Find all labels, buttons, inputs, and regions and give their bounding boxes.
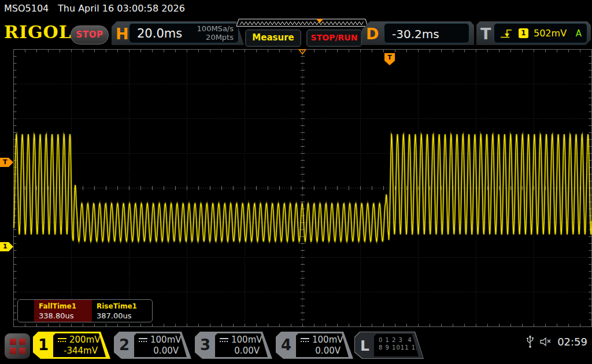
channel-number: 3 — [200, 336, 210, 354]
horizontal-menu[interactable]: H 20.0ms 100MSa/s 20Mpts — [112, 21, 244, 45]
measurement-panel[interactable]: FallTime1 338.80us RiseTime1 387.00us — [17, 299, 153, 322]
channel-offset: 0.00V — [234, 346, 260, 356]
oscilloscope-screen: MSO5104 Thu April 16 03:00:58 2026 RIGOL… — [0, 0, 592, 364]
digital-row-2: 8 9 1011 12131415 — [379, 344, 419, 351]
usb-icon — [526, 335, 534, 348]
dc-coupling-icon — [301, 337, 309, 343]
rigol-logo: RIGOL — [4, 22, 72, 42]
dc-coupling-icon — [139, 337, 147, 343]
trigger-info-box: 1 502mV A — [494, 23, 587, 43]
digital-channels-box[interactable]: L 0 1 2 3 4 5 6 7 8 9 1011 12131415 — [354, 332, 424, 359]
uptime-clock: 02:59 — [557, 336, 587, 348]
falling-edge-trigger-icon — [500, 28, 513, 39]
channel-values: 100mV 0.00V — [134, 333, 187, 357]
channel-number: 2 — [119, 336, 130, 354]
bottom-bar: 1 200mV -344mV 2 — [0, 329, 592, 364]
dc-coupling-icon — [220, 337, 228, 343]
delay-reference-icon — [298, 49, 306, 55]
measurement-risetime[interactable]: RiseTime1 387.00us — [92, 300, 150, 322]
channel-number: 4 — [281, 336, 291, 354]
run-state-indicator[interactable]: STOP — [71, 25, 109, 44]
channel-scale: 100mV — [312, 335, 343, 345]
memory-preview-waveform-icon — [236, 18, 369, 27]
measurement-value: 338.80us — [39, 311, 92, 320]
channel-scale: 200mV — [69, 335, 101, 345]
measurement-falltime[interactable]: FallTime1 338.80us — [34, 300, 92, 322]
stop-run-button[interactable]: STOP/RUN — [306, 29, 362, 47]
delay-menu[interactable]: D -30.2ms — [362, 21, 474, 45]
measurement-value: 387.00us — [97, 311, 150, 320]
measure-button[interactable]: Measure — [245, 29, 301, 47]
timebase-value: 20.0ms — [137, 27, 182, 40]
channel-offset: -344mV — [64, 346, 98, 356]
channel-offset: 0.00V — [153, 346, 179, 356]
delay-value: -30.2ms — [392, 27, 439, 41]
status-area: 02:59 — [526, 335, 587, 348]
memory-depth: 20Mpts — [197, 33, 234, 42]
delay-label: D — [366, 25, 379, 43]
acquisition-info: 100MSa/s 20Mpts — [197, 24, 234, 42]
system-datetime: Thu April 16 03:00:58 2026 — [58, 0, 185, 17]
sample-rate: 100MSa/s — [197, 24, 234, 33]
horizontal-label: H — [116, 25, 129, 43]
channel-scale: 100mV — [231, 335, 262, 345]
digital-row-1: 0 1 2 3 4 5 6 7 — [379, 337, 419, 344]
trigger-label: T — [480, 25, 491, 43]
channel-values: 200mV -344mV — [53, 333, 106, 357]
channel-1-box[interactable]: 1 200mV -344mV — [33, 332, 110, 359]
model-name: MSO5104 — [4, 0, 49, 17]
trigger-mode: A — [576, 28, 582, 39]
channel-2-box[interactable]: 2 100mV 0.00V — [114, 332, 191, 359]
dc-coupling-icon — [58, 337, 66, 343]
channel-4-box[interactable]: 4 100mV 0.00V — [276, 332, 353, 359]
delay-info-box: -30.2ms — [384, 23, 469, 43]
horizontal-info-box: 20.0ms 100MSa/s 20Mpts — [129, 23, 239, 43]
channel-values: 100mV 0.00V — [215, 333, 268, 357]
digital-label: L — [360, 337, 369, 354]
trigger-level-value: 502mV — [534, 28, 567, 39]
measurement-label: RiseTime1 — [97, 302, 150, 310]
channel-offset: 0.00V — [315, 346, 341, 356]
speaker-muted-icon — [539, 337, 552, 347]
digital-channel-list: 0 1 2 3 4 5 6 7 8 9 1011 12131415 — [374, 334, 419, 356]
toolbar: RIGOL STOP H 20.0ms 100MSa/s 20Mpts Meas… — [0, 17, 592, 49]
trigger-source-badge: 1 — [519, 28, 528, 38]
top-info-bar: MSO5104 Thu April 16 03:00:58 2026 — [0, 0, 592, 17]
channel-3-box[interactable]: 3 100mV 0.00V — [195, 332, 272, 359]
digital-channels-inner: L 0 1 2 3 4 5 6 7 8 9 1011 12131415 — [355, 332, 423, 358]
measurement-label: FallTime1 — [39, 302, 92, 310]
channel-number: 1 — [38, 336, 49, 354]
trigger-menu[interactable]: T 1 502mV A — [476, 21, 591, 45]
menu-grid-icon[interactable] — [5, 333, 30, 359]
channel-values: 100mV 0.00V — [296, 333, 349, 357]
memory-preview-strip[interactable] — [236, 18, 369, 27]
channel-scale: 100mV — [150, 335, 182, 345]
